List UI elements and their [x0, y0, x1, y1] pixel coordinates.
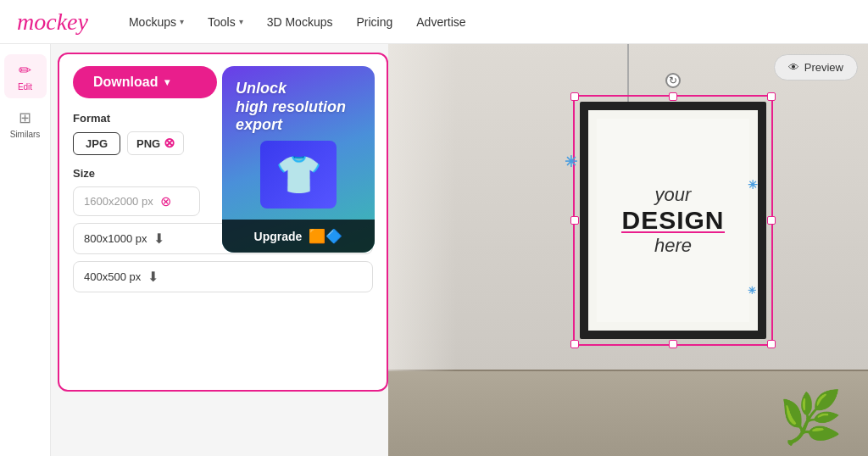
main-content: ✏ Edit ⊞ Similars Download ▾ Format JPG … [0, 44, 868, 456]
chevron-down-icon: ▾ [239, 17, 243, 26]
nav-tools[interactable]: Tools ▾ [208, 15, 243, 29]
download-icon: ⬇ [147, 269, 159, 285]
eye-icon: 👁 [788, 61, 799, 74]
download-icon: ⬇ [153, 231, 164, 247]
sidebar-item-edit[interactable]: ✏ Edit [4, 54, 47, 98]
sidebar-item-similars[interactable]: ⊞ Similars [4, 102, 47, 146]
nav-3d-mockups[interactable]: 3D Mockups [267, 15, 333, 29]
edit-icon: ✏ [19, 61, 31, 80]
upgrade-button-label: Upgrade [254, 230, 303, 243]
preview-button[interactable]: 👁 Preview [774, 54, 858, 81]
grid-icon: ⊞ [19, 108, 31, 127]
chevron-down-icon: ▾ [164, 76, 170, 88]
asterisk-bottom-right: ✳ [748, 285, 756, 297]
nav-pricing[interactable]: Pricing [356, 15, 392, 29]
frame-outer: your DESIGN here [580, 102, 766, 339]
sidebar-item-label: Similars [10, 130, 41, 139]
png-format-button[interactable]: PNG ⊗ [127, 131, 184, 155]
upgrade-emojis: 🟧🔷 [309, 228, 342, 244]
size-hires-input[interactable]: 1600x2000 px ⊗ [73, 186, 200, 216]
canvas-area[interactable]: your DESIGN here ↻ ✳ ✳ ✳ [388, 44, 868, 456]
frame-container[interactable]: your DESIGN here ↻ ✳ ✳ ✳ [580, 102, 766, 339]
nav-mockups[interactable]: Mockups ▾ [129, 15, 184, 29]
upgrade-bar: Upgrade 🟧🔷 [222, 220, 375, 253]
upgrade-card-title: Unlockhigh resolutionexport [236, 80, 361, 135]
frame-inner: your DESIGN here [597, 119, 749, 322]
app-header: mockey Mockups ▾ Tools ▾ 3D Mockups Pric… [0, 0, 868, 44]
chevron-down-icon: ▾ [180, 17, 184, 26]
sidebar-item-label: Edit [18, 82, 32, 92]
size-small-row[interactable]: 400x500 px ⬇ [73, 261, 373, 292]
frame-text-your: your [655, 184, 692, 206]
close-icon[interactable]: ⊗ [160, 193, 171, 209]
frame-text-here: here [654, 235, 692, 257]
asterisk-left: ✳ [565, 153, 577, 171]
frame-text-design: DESIGN [621, 206, 724, 235]
window-light [388, 44, 456, 371]
jpg-format-button[interactable]: JPG [73, 132, 120, 155]
download-panel: Download ▾ Format JPG PNG ⊗ Size 1600x20… [58, 53, 388, 392]
plant: 🌿 [779, 387, 843, 448]
download-button[interactable]: Download ▾ [73, 66, 217, 98]
nav-advertise[interactable]: Advertise [416, 15, 465, 29]
wall-floor-divide [388, 370, 868, 371]
close-icon[interactable]: ⊗ [164, 136, 175, 150]
main-nav: Mockups ▾ Tools ▾ 3D Mockups Pricing Adv… [129, 15, 466, 29]
upgrade-card: Unlockhigh resolutionexport 👕 Upgrade 🟧🔷 [222, 66, 375, 253]
logo[interactable]: mockey [17, 10, 88, 34]
sidebar: ✏ Edit ⊞ Similars [0, 44, 51, 456]
asterisk-right: ✳ [748, 178, 758, 192]
